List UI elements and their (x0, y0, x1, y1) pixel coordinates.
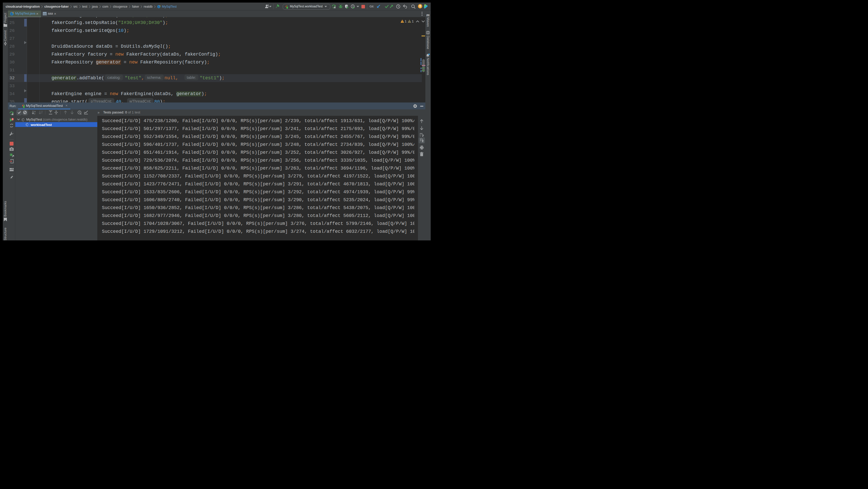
svg-text:C: C (11, 12, 13, 16)
svg-text:z: z (34, 112, 35, 115)
